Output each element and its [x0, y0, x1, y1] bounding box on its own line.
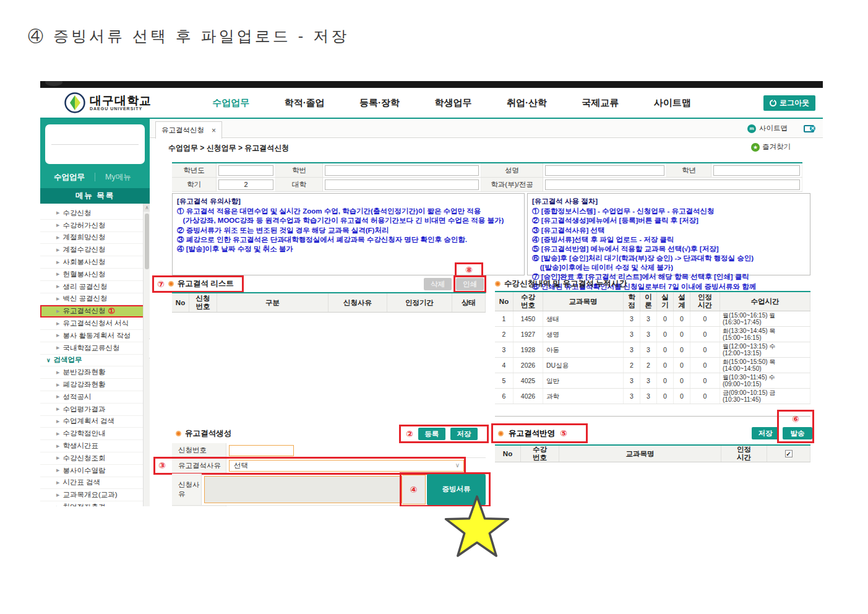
student-no-input[interactable]: [325, 165, 479, 176]
annotation-8: ⑧: [465, 265, 473, 275]
dept-input[interactable]: [545, 179, 800, 190]
notice-line: ① [종합정보시스템] - 수업업무 - 신청업무 - 유고결석신청: [532, 207, 806, 216]
sidebar-item[interactable]: ▶봉사 활동계획서 작성: [40, 330, 150, 342]
sidebar-item[interactable]: ▶수강신청조회: [40, 452, 150, 465]
arrow-right-icon: ▶: [56, 370, 59, 375]
table-row[interactable]: 21927생명33000화(13:30~14:45) 목(15:00~16:15…: [495, 327, 810, 342]
arrow-right-icon: ▶: [56, 223, 59, 228]
create-save-button[interactable]: 저장: [450, 428, 478, 440]
sidebar-item[interactable]: ▶계절희망신청: [40, 232, 150, 244]
sidebar-tab-mymenu[interactable]: My메뉴: [105, 172, 131, 183]
table-row[interactable]: 64026과학33000금(09:00~10:15) 금(10:30~11:45…: [495, 389, 810, 404]
name-input[interactable]: [545, 165, 664, 176]
sidebar-item[interactable]: ▶교과목개요(교과): [40, 489, 150, 501]
sidebar-item[interactable]: ▶유고결석신청①: [40, 305, 150, 318]
table-row[interactable]: 31928아동33000월(12:00~13:15) 수(12:00~13:15…: [495, 342, 810, 358]
table-cell: 일반: [543, 373, 624, 388]
favorites-button[interactable]: ★ 즐겨찾기: [751, 142, 791, 152]
table-row[interactable]: 11450생태33000월(15:00~16:15) 월(16:30~17:45…: [495, 311, 810, 327]
table-cell: 2: [624, 358, 640, 373]
notice-line: ② [유고결석생성]메뉴에서 [등록]버튼 클릭 후 [저장]: [532, 216, 806, 225]
sidebar-tab-classwork[interactable]: 수업업무: [54, 172, 85, 183]
register-button[interactable]: 등록: [418, 428, 445, 440]
sidebar-item[interactable]: ▶수업평가결과: [40, 404, 150, 416]
sidebar-item[interactable]: ▶성적공시: [40, 391, 150, 404]
sidebar-item-label: 수강신청: [62, 209, 91, 218]
sidebar-item[interactable]: ▶학생시간표: [40, 440, 150, 452]
apply-save-button[interactable]: 저장: [752, 427, 779, 439]
table-cell: 3: [624, 327, 640, 342]
list-section-title: ⑦ 유고결석 리스트: [157, 279, 234, 289]
nav-item[interactable]: 국제교류: [582, 97, 619, 109]
nav-item[interactable]: 등록·장학: [359, 97, 400, 109]
table-cell: 6: [495, 389, 513, 404]
sidebar-item[interactable]: ▶폐강강좌현황: [40, 379, 150, 391]
notice-cautions-title: [유고결석 유의사항]: [177, 197, 520, 206]
sidebar-item[interactable]: ∨검색업무: [40, 355, 150, 367]
sidebar-item-label: 폐강강좌현황: [62, 380, 105, 389]
sidebar-item[interactable]: ▶수강허가신청: [40, 220, 150, 232]
apply-no-input[interactable]: [229, 445, 294, 456]
sitemap-shortcut[interactable]: m 사이트맵: [747, 124, 788, 133]
sidebar-item[interactable]: ▶헌혈봉사신청: [40, 269, 150, 281]
table-row[interactable]: 42026DU실용22000화(15:00~15:50) 목(14:00~14:…: [495, 358, 810, 373]
table-cell: 0: [690, 311, 720, 326]
semester-input[interactable]: [218, 179, 273, 190]
tab-strip: 유고결석신청 × m 사이트맵: [150, 119, 823, 138]
tab-close-icon[interactable]: ×: [212, 126, 216, 135]
nav-item[interactable]: 사이트맵: [654, 97, 691, 109]
sidebar-item[interactable]: ▶사회봉사신청: [40, 256, 150, 269]
sidebar-item-label: 분반강좌현황: [62, 368, 105, 377]
sidebar-item[interactable]: ▶계절수강신청: [40, 244, 150, 256]
sidebar-item[interactable]: ▶백신 공결신청: [40, 293, 150, 306]
power-icon: [770, 100, 776, 106]
arrow-right-icon: ▶: [56, 235, 59, 240]
sidebar-item[interactable]: ▶수강신청: [40, 207, 150, 220]
grade-input[interactable]: [713, 165, 800, 176]
grade-label: 학년: [667, 163, 711, 177]
sidebar-item[interactable]: ▶분반강좌현황: [40, 366, 150, 379]
notice-procedure: [유고결석 사용 절차] ① [종합정보시스템] - 수업업무 - 신청업무 -…: [527, 193, 810, 275]
sidebar-item[interactable]: ▶수업계획서 검색: [40, 416, 150, 428]
section-bullet-icon: [498, 431, 504, 436]
sidebar-item[interactable]: ▶취업전자출결: [40, 501, 150, 506]
year-input[interactable]: [218, 165, 273, 176]
nav-item[interactable]: 취업·산학: [507, 97, 547, 109]
table-cell: 화(15:00~15:50) 목(14:00~14:50): [720, 358, 810, 373]
scrollbar-thumb[interactable]: [145, 214, 149, 269]
sidebar-item[interactable]: ▶시간표 검색: [40, 477, 150, 490]
nav-item[interactable]: 수업업무: [212, 97, 249, 109]
arrow-right-icon: ▶: [56, 333, 59, 338]
sidebar-item[interactable]: ▶유고결석신청서 서식: [40, 318, 150, 330]
select-all-checkbox[interactable]: ✓: [785, 450, 793, 457]
logout-button[interactable]: 로그아웃: [763, 95, 815, 111]
notice-line: ① 유고결석 적용은 대면수업 및 실시간 Zoom 수업, 학습기간(출석인정…: [177, 207, 520, 216]
close-window-icon[interactable]: [804, 125, 814, 132]
apply-table-header: No수강 번호교과목명인정 시간✓: [495, 446, 810, 462]
table-cell: 월(10:30~11:45) 수(09:00~10:15): [720, 373, 810, 388]
notice-line: ⑥ [발송]후 [승인]처리 대기(학과(부)장 승인) -> 단과대학 행정실…: [532, 254, 806, 263]
name-label: 성명: [481, 163, 543, 177]
nav-item[interactable]: 학적·졸업: [285, 97, 325, 109]
table-cell: 2026: [513, 358, 543, 373]
nav-item[interactable]: 학생업무: [434, 97, 471, 109]
annotation-2: ②: [406, 429, 413, 439]
sidebar-item[interactable]: ▶수강학점안내: [40, 428, 150, 440]
main-nav: 수업업무학적·졸업등록·장학학생업무취업·산학국제교류사이트맵: [195, 88, 708, 118]
notice-line: ② 증빙서류가 위조 또는 변조된 것일 경우 해당 교과목 실격(F)처리: [177, 226, 520, 235]
tab-absence-application[interactable]: 유고결석신청 ×: [155, 121, 222, 139]
college-input[interactable]: [325, 179, 479, 190]
table-row[interactable]: 54025일반33000월(10:30~11:45) 수(09:00~10:15…: [495, 373, 810, 389]
sidebar-item[interactable]: ▶국내학점교류신청: [40, 342, 150, 355]
absence-list-table: No신청 번호구분신청사유인정기간상태: [172, 292, 486, 313]
table-cell: 2: [640, 358, 657, 373]
table-cell: 1450: [513, 311, 543, 326]
sidebar-item-label: 학생시간표: [62, 441, 98, 451]
table-cell: 0: [674, 373, 690, 388]
notice-line: ⑤ [유고결석반영] 메뉴에서 적용할 교과목 선택(√)후 [저장]: [532, 244, 806, 254]
sidebar-item[interactable]: ▶봉사이수열람: [40, 465, 150, 477]
reason-textarea[interactable]: [204, 476, 402, 503]
sidebar-item[interactable]: ▶생리 공결신청: [40, 281, 150, 293]
table-cell: 2: [495, 327, 513, 342]
delete-button[interactable]: 삭제: [424, 278, 452, 290]
